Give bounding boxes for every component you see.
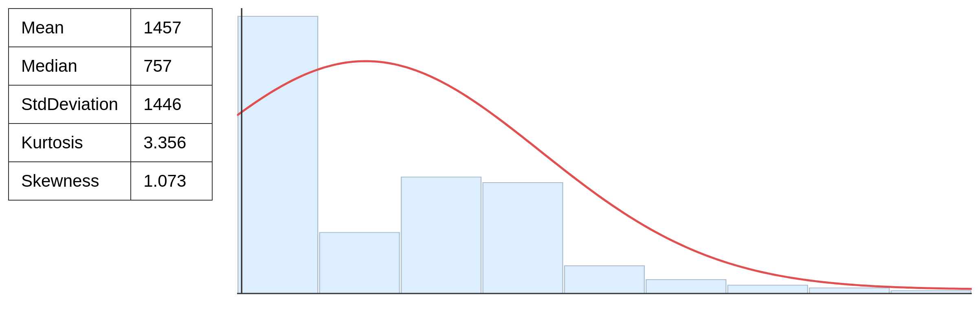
stat-label: Mean <box>9 9 131 47</box>
histogram-bar <box>809 288 889 293</box>
histogram-bar <box>238 16 318 293</box>
histogram-bar <box>728 285 808 293</box>
main-container: Mean1457Median757StdDeviation1446Kurtosi… <box>8 8 972 314</box>
table-row: Median757 <box>9 47 212 85</box>
stat-value: 1457 <box>131 9 212 47</box>
table-row: StdDeviation1446 <box>9 85 212 124</box>
stat-value: 757 <box>131 47 212 85</box>
chart-container <box>237 8 972 314</box>
chart-inner <box>237 8 972 310</box>
histogram-bar <box>401 177 481 293</box>
histogram-bar <box>483 183 563 293</box>
stats-table: Mean1457Median757StdDeviation1446Kurtosi… <box>8 8 213 201</box>
histogram-bar <box>565 266 644 293</box>
stat-value: 3.356 <box>131 124 212 162</box>
table-row: Kurtosis3.356 <box>9 124 212 162</box>
table-row: Mean1457 <box>9 9 212 47</box>
stat-value: 1446 <box>131 85 212 124</box>
histogram-bar <box>320 232 400 293</box>
stat-label: Median <box>9 47 131 85</box>
histogram-bar <box>646 280 726 293</box>
table-row: Skewness1.073 <box>9 162 212 200</box>
histogram-svg <box>237 8 972 310</box>
stat-label: Skewness <box>9 162 131 200</box>
stat-label: Kurtosis <box>9 124 131 162</box>
stat-value: 1.073 <box>131 162 212 200</box>
stat-label: StdDeviation <box>9 85 131 124</box>
